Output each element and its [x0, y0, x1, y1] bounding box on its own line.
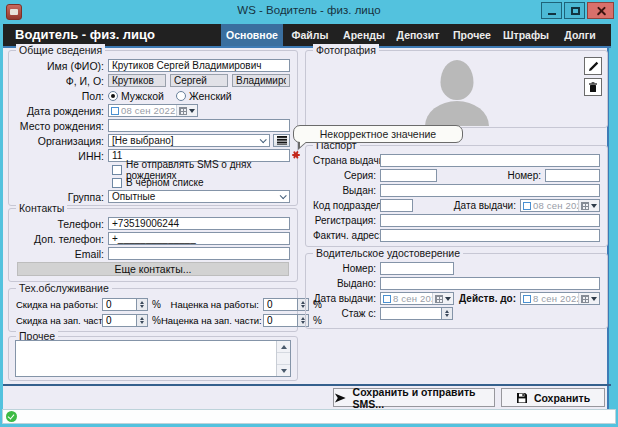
- scroll-down-button[interactable]: [277, 364, 290, 376]
- parts-markup-input[interactable]: [263, 314, 297, 327]
- spin-buttons[interactable]: [136, 314, 148, 327]
- passport-issued-by-input[interactable]: [380, 184, 600, 197]
- save-button-label: Сохранить: [534, 392, 590, 404]
- window-title: WS - Водитель - физ. лицо: [0, 4, 618, 16]
- tab-faily[interactable]: Файлы: [283, 24, 337, 46]
- license-issue-date-calendar-button[interactable]: [432, 293, 453, 304]
- license-issued-by-row: Выдано:: [313, 277, 600, 290]
- passport-issue-date-calendar-button[interactable]: [578, 200, 599, 211]
- tab-shtrafy[interactable]: Штрафы: [499, 24, 553, 46]
- phone-input[interactable]: [108, 217, 290, 230]
- email-input[interactable]: [108, 247, 290, 260]
- footer-panel: Сохранить и отправить SMS... Сохранить: [3, 386, 609, 409]
- birth-place-row: Место рождения:: [16, 119, 290, 132]
- form-header: Водитель - физ. лицо Основное Файлы Арен…: [3, 24, 611, 46]
- group-label: Группа:: [16, 191, 108, 203]
- license-valid-until-picker[interactable]: 8 сен 2022: [520, 292, 600, 305]
- scroll-up-button[interactable]: [277, 341, 290, 353]
- tab-dolgi[interactable]: Долги: [553, 24, 607, 46]
- license-issue-date-picker[interactable]: 8 сен 2022: [380, 292, 454, 305]
- maintenance-row-2: Скидка на зап. части: % Наценка на зап. …: [16, 314, 290, 327]
- organization-lookup-button[interactable]: [273, 134, 290, 147]
- passport-issue-date-picker[interactable]: 08 сен 2022: [520, 199, 600, 212]
- group-general-legend: Общие сведения: [16, 44, 105, 57]
- dropdown-arrow-icon: [189, 109, 195, 113]
- organization-select[interactable]: [Не выбрано]: [108, 134, 270, 147]
- save-button[interactable]: Сохранить: [501, 388, 605, 407]
- full-name-input[interactable]: [108, 59, 290, 72]
- tab-bar: Основное Файлы Аренды Депозит Прочее Штр…: [221, 24, 607, 46]
- passport-number-input[interactable]: [545, 169, 600, 182]
- parts-discount-input[interactable]: [102, 314, 136, 327]
- license-issue-date-checkbox[interactable]: [383, 295, 391, 303]
- passport-country-input[interactable]: [380, 154, 600, 167]
- edit-photo-button[interactable]: [584, 57, 602, 75]
- license-valid-until-label: Действ. до:: [459, 293, 520, 304]
- gender-female-label: Женский: [189, 90, 232, 102]
- license-issued-by-input[interactable]: [380, 277, 600, 290]
- birth-date-row: Дата рождения: 08 сен 2022: [16, 104, 290, 117]
- save-and-send-sms-label: Сохранить и отправить SMS...: [353, 386, 494, 410]
- passport-series-input[interactable]: [380, 169, 437, 182]
- passport-address-input[interactable]: [380, 229, 600, 242]
- license-experience-label: Стаж с:: [313, 308, 380, 319]
- license-valid-until-checkbox[interactable]: [523, 295, 531, 303]
- scrollbar[interactable]: [276, 341, 290, 376]
- group-select[interactable]: Опытные: [108, 190, 290, 203]
- group-other: Прочее: [8, 336, 298, 381]
- more-contacts-button[interactable]: Еще контакты...: [17, 262, 289, 276]
- maximize-button[interactable]: [564, 2, 585, 19]
- passport-registration-input[interactable]: [380, 214, 600, 227]
- passport-issued-by-row: Выдан:: [313, 184, 600, 197]
- window-controls: [541, 2, 614, 19]
- phone-row: Телефон:: [16, 217, 290, 230]
- gender-female-radio[interactable]: [176, 91, 186, 101]
- tab-arendy[interactable]: Аренды: [337, 24, 391, 46]
- minimize-icon: [548, 13, 556, 15]
- passport-address-label: Фактич. адрес:: [313, 230, 380, 241]
- scroll-up-icon: [281, 345, 287, 349]
- middle-name-input[interactable]: [232, 74, 290, 87]
- status-ok-icon: [6, 411, 17, 422]
- passport-dept-code-input[interactable]: [380, 199, 413, 212]
- gender-male-radio[interactable]: [108, 91, 118, 101]
- passport-issue-date-label: Дата выдачи:: [454, 200, 520, 211]
- last-name-input[interactable]: [108, 74, 166, 87]
- spin-buttons[interactable]: [136, 298, 148, 311]
- email-row: Email:: [16, 247, 290, 260]
- other-notes-box: [15, 340, 291, 377]
- license-experience-input[interactable]: [380, 307, 441, 320]
- close-button[interactable]: [587, 2, 614, 19]
- gender-male-label: Мужской: [121, 90, 164, 102]
- license-valid-until-calendar-button[interactable]: [578, 293, 599, 304]
- first-name-input[interactable]: [170, 74, 228, 87]
- group-value: Опытные: [112, 191, 280, 202]
- passport-issue-date-value: 08 сен 2022: [533, 200, 578, 211]
- work-markup-input[interactable]: [263, 298, 297, 311]
- tab-prochee[interactable]: Прочее: [445, 24, 499, 46]
- birth-date-checkbox[interactable]: [111, 107, 119, 115]
- birth-place-input[interactable]: [108, 119, 290, 132]
- no-sms-checkbox[interactable]: [112, 165, 122, 175]
- delete-photo-button[interactable]: [584, 78, 602, 96]
- license-issue-date-label: Дата выдачи:: [313, 293, 380, 304]
- birth-date-picker[interactable]: 08 сен 2022: [108, 104, 198, 117]
- birth-date-calendar-button[interactable]: [176, 105, 197, 116]
- work-markup-label: Наценка на работы:: [161, 299, 263, 310]
- tab-depozit[interactable]: Депозит: [391, 24, 445, 46]
- group-general: Общие сведения Имя (ФИО): Ф, И, О: Пол: …: [8, 50, 298, 206]
- organization-row: Организация: [Не выбрано]: [16, 134, 290, 147]
- passport-issue-date-checkbox[interactable]: [523, 202, 531, 210]
- save-and-send-sms-button[interactable]: Сохранить и отправить SMS...: [333, 388, 495, 407]
- license-number-input[interactable]: [380, 262, 454, 275]
- spin-buttons[interactable]: [441, 307, 453, 320]
- alt-phone-input[interactable]: [108, 232, 290, 245]
- minimize-button[interactable]: [541, 2, 562, 19]
- app-window: WS - Водитель - физ. лицо Водитель - физ…: [0, 0, 618, 427]
- tab-osnovnoe[interactable]: Основное: [221, 24, 283, 46]
- blacklist-checkbox[interactable]: [112, 178, 122, 188]
- license-dates-row: Дата выдачи: 8 сен 2022 Действ. до: 8 се…: [313, 292, 600, 305]
- other-notes-textarea[interactable]: [16, 341, 276, 376]
- passport-registration-row: Регистрация:: [313, 214, 600, 227]
- work-discount-input[interactable]: [102, 298, 136, 311]
